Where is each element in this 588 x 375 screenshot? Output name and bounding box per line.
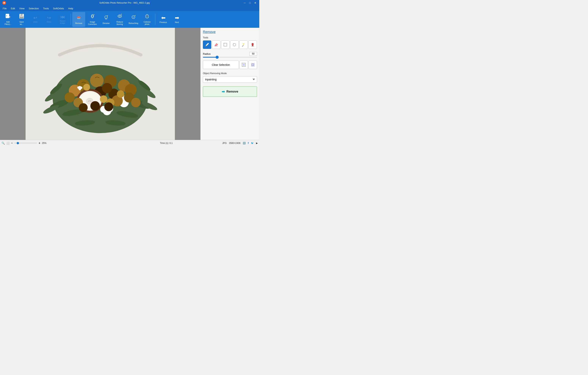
colorize-label: Colorizephoto [144, 21, 151, 25]
info-icon[interactable]: ℹ️ [243, 142, 246, 144]
stamp-button[interactable] [248, 41, 257, 49]
remove-tool-icon [76, 14, 82, 22]
undo-button[interactable]: ↩ Undo [29, 12, 42, 27]
previous-label: Previous [160, 21, 167, 23]
zoom-percent: 25% [42, 142, 46, 144]
redo-icon: ↪ [47, 16, 51, 20]
redo-button[interactable]: ↪ Redo [42, 12, 55, 27]
image-correction-button[interactable]: ✦ ImageCorrection [86, 12, 99, 27]
add-files-label: AddFile(s)... [5, 21, 11, 25]
svg-point-16 [118, 15, 122, 18]
tools-row: ✦ ✦ ✦ [203, 41, 257, 49]
main-layout: Remove Tools [0, 28, 259, 140]
svg-text:✦: ✦ [244, 43, 245, 44]
statusbar-left: 🔍 ⬜ − + 25% [1, 141, 110, 145]
next-label: Next [175, 21, 179, 23]
radius-value: 50 [249, 52, 257, 56]
toolbar: F AddFile(s)... Saveas... ↩ Undo ↪ Redo … [0, 11, 259, 28]
svg-text:✦: ✦ [107, 15, 108, 17]
previous-icon: ⬅ [161, 15, 166, 21]
menu-edit[interactable]: Edit [9, 6, 17, 11]
separator-2 [155, 14, 155, 25]
svg-text:✦: ✦ [134, 15, 136, 17]
youtube-icon[interactable]: ▶ [256, 142, 258, 144]
maximize-button[interactable]: □ [248, 0, 252, 5]
svg-point-1 [4, 2, 5, 3]
menu-view[interactable]: View [17, 6, 26, 11]
menu-tools[interactable]: Tools [41, 6, 51, 11]
minimize-button[interactable]: ─ [242, 0, 247, 5]
save-as-label: Saveas... [20, 21, 24, 25]
twitter-icon[interactable]: 🐦 [251, 142, 254, 144]
svg-rect-9 [20, 17, 23, 18]
svg-point-60 [79, 86, 81, 88]
image-correction-label: ImageCorrection [88, 21, 97, 25]
svg-point-72 [104, 102, 113, 111]
retouching-button[interactable]: ✦ Retouching [127, 12, 140, 27]
svg-point-81 [252, 43, 253, 45]
retouching-icon: ✦ [130, 14, 136, 22]
retouching-label: Retouching [129, 22, 138, 24]
svg-point-65 [131, 98, 141, 107]
next-icon: ➡ [175, 15, 179, 21]
svg-point-45 [102, 83, 112, 93]
clear-selection-row: Clear Selection [203, 61, 257, 69]
save-as-button[interactable]: Saveas... [15, 12, 28, 27]
svg-text:✦: ✦ [121, 13, 122, 15]
object-removing-mode-select[interactable]: Inpainting Content-Aware Fill Texture Sy… [203, 76, 257, 83]
svg-point-63 [64, 92, 75, 103]
denoise-button[interactable]: ✦ Denoise [100, 12, 113, 27]
rect-select-button[interactable] [221, 41, 230, 49]
fit-window-icon[interactable]: 🔍 [1, 142, 5, 145]
magic-wand-button[interactable]: ✦ ✦ ✦ [239, 41, 248, 49]
menubar: File Edit View Selection Tools SoftOrbit… [0, 6, 259, 11]
remove-tool-label: Remove [75, 22, 82, 24]
reduce-blurring-button[interactable]: ✦ Reduceblurring [113, 12, 126, 27]
radius-slider[interactable] [203, 57, 257, 58]
revert-button[interactable]: ⏮ RevertImage [56, 12, 69, 27]
app-logo [1, 0, 7, 6]
svg-text:✦: ✦ [93, 14, 95, 16]
svg-text:F: F [6, 15, 7, 17]
dimensions-label: 3580×2408 [229, 142, 240, 144]
colorize-icon [144, 13, 150, 20]
tools-label: Tools [203, 36, 257, 39]
invert-selection-button[interactable] [249, 61, 257, 69]
menu-selection[interactable]: Selection [27, 6, 41, 11]
svg-rect-8 [21, 14, 21, 15]
previous-button[interactable]: ⬅ Previous [157, 12, 170, 27]
svg-line-77 [242, 45, 243, 46]
menu-softorbits[interactable]: SoftOrbits [51, 6, 66, 11]
reduce-blurring-label: Reduceblurring [116, 21, 123, 25]
fit-selection-icon[interactable]: ⬜ [6, 142, 10, 145]
revert-icon: ⏮ [60, 15, 65, 19]
add-files-icon: F [5, 13, 11, 20]
reduce-blurring-icon: ✦ [117, 13, 123, 20]
remove-action-button[interactable]: ➡ Remove [203, 87, 257, 97]
lasso-button[interactable] [230, 41, 239, 49]
menu-file[interactable]: File [1, 6, 9, 11]
svg-rect-85 [243, 64, 245, 66]
statusbar-right: JPG 3580×2408 ℹ️ f 🐦 ▶ [222, 142, 258, 144]
save-as-icon [19, 13, 25, 20]
zoom-in-icon[interactable]: + [39, 141, 40, 145]
pencil-tool-button[interactable] [203, 41, 211, 49]
menu-help[interactable]: Help [66, 6, 75, 11]
clear-selection-button[interactable]: Clear Selection [203, 61, 239, 69]
svg-point-70 [90, 101, 100, 111]
select-all-button[interactable] [240, 61, 248, 69]
image-correction-icon: ✦ [89, 13, 95, 20]
colorize-button[interactable]: Colorizephoto [141, 12, 154, 27]
format-label: JPG [222, 142, 227, 144]
add-files-button[interactable]: F AddFile(s)... [1, 12, 14, 27]
remove-tool-button[interactable]: Remove [72, 12, 85, 27]
svg-point-68 [83, 84, 90, 91]
facebook-icon[interactable]: f [248, 142, 249, 144]
zoom-out-icon[interactable]: − [11, 141, 13, 145]
canvas-area[interactable] [0, 28, 200, 140]
redo-label: Redo [47, 21, 51, 23]
next-button[interactable]: ➡ Next [170, 12, 183, 27]
close-button[interactable]: ✕ [253, 0, 258, 5]
eraser-tool-button[interactable] [212, 41, 220, 49]
zoom-slider[interactable] [14, 143, 37, 143]
